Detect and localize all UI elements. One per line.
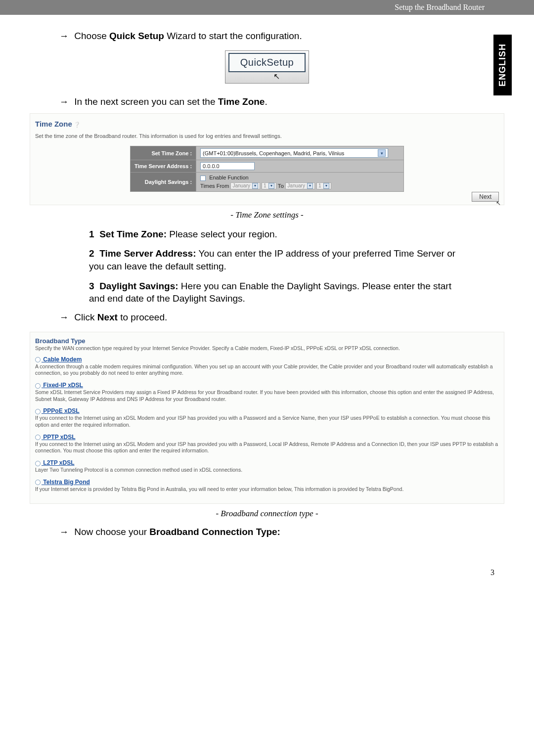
broadband-option-link[interactable]: Cable Modem	[42, 356, 82, 363]
instruction-click-next: → Click Next to proceed.	[59, 312, 504, 323]
radio-icon[interactable]	[35, 480, 41, 485]
time-zone-description: Set the time zone of the Broadband route…	[35, 133, 499, 139]
broadband-option: Fixed-IP xDSLSome xDSL Internet Service …	[35, 382, 499, 402]
set-time-zone-label: Set Time Zone :	[130, 146, 196, 160]
instruction-choose-quick-setup: → Choose Quick Setup Wizard to start the…	[59, 31, 504, 42]
time-server-address-label: Time Server Address :	[130, 160, 196, 173]
chevron-down-icon[interactable]: ▾	[378, 149, 386, 157]
cursor-icon: ↖	[273, 72, 280, 81]
enable-function-checkbox[interactable]	[200, 176, 206, 181]
broadband-option-link[interactable]: PPPoE xDSL	[42, 407, 80, 414]
time-zone-panel: Time Zone ❔ Set the time zone of the Bro…	[30, 113, 504, 205]
radio-icon[interactable]	[35, 409, 41, 414]
radio-icon[interactable]	[35, 435, 41, 440]
list-item: 1 Set Time Zone: Please select your regi…	[89, 228, 460, 241]
quicksetup-button-frame: QuickSetup ↖	[225, 50, 309, 84]
enable-function-label: Enable Function	[209, 175, 249, 180]
broadband-option-link[interactable]: PPTP xDSL	[42, 434, 75, 441]
broadband-option: L2TP xDSLLayer Two Tunneling Protocol is…	[35, 459, 499, 474]
chevron-down-icon: ▾	[323, 183, 329, 189]
broadband-option-link[interactable]: Telstra Big Pond	[42, 479, 90, 486]
chevron-down-icon: ▾	[307, 183, 313, 189]
broadband-option: PPTP xDSLIf you connect to the Internet …	[35, 434, 499, 454]
cursor-icon: ↖	[496, 200, 501, 207]
breadcrumb: Setup the Broadband Router	[395, 3, 485, 12]
arrow-icon: →	[59, 312, 69, 322]
broadband-type-title: Broadband Type	[35, 337, 499, 345]
radio-icon[interactable]	[35, 383, 41, 389]
broadband-option: Cable ModemA connection through a cable …	[35, 356, 499, 377]
arrow-icon: →	[59, 527, 69, 537]
to-label: To	[278, 182, 284, 188]
to-day-select[interactable]: 1▾	[316, 182, 331, 189]
broadband-option: PPPoE xDSLIf you connect to the Internet…	[35, 407, 499, 428]
broadband-option-desc: Layer Two Tunneling Protocol is a common…	[35, 467, 499, 474]
instruction-choose-broadband: → Now choose your Broadband Connection T…	[59, 527, 504, 537]
broadband-type-subtitle: Specify the WAN connection type required…	[35, 345, 499, 351]
from-month-select[interactable]: January▾	[230, 182, 260, 189]
times-from-label: Times From	[200, 182, 229, 188]
broadband-option-link[interactable]: L2TP xDSL	[42, 459, 74, 466]
page-content: → Choose Quick Setup Wizard to start the…	[0, 15, 534, 558]
help-icon[interactable]: ❔	[74, 122, 81, 128]
chevron-down-icon: ▾	[252, 183, 258, 189]
instruction-set-time-zone: → In the next screen you can set the Tim…	[59, 96, 504, 107]
broadband-option-link[interactable]: Fixed-IP xDSL	[42, 382, 83, 389]
broadband-option-desc: If you connect to the Internet using an …	[35, 415, 499, 428]
broadband-option-desc: Some xDSL Internet Service Providers may…	[35, 389, 499, 402]
time-zone-table: Set Time Zone : (GMT+01:00)Brussels, Cop…	[130, 146, 404, 192]
list-item: 2 Time Server Address: You can enter the…	[89, 247, 460, 272]
daylight-savings-label: Daylight Savings :	[130, 173, 196, 192]
to-month-select[interactable]: January▾	[285, 182, 315, 189]
broadband-option-desc: If you connect to the Internet using an …	[35, 441, 499, 454]
broadband-option-desc: A connection through a cable modem requi…	[35, 363, 499, 377]
time-server-address-input[interactable]: 0.0.0.0	[200, 162, 255, 170]
time-zone-title: Time Zone	[35, 120, 72, 128]
list-item: 3 Daylight Savings: Here you can Enable …	[89, 280, 460, 305]
broadband-option: Telstra Big PondIf your Internet service…	[35, 479, 499, 493]
from-day-select[interactable]: 1▾	[262, 182, 276, 189]
radio-icon[interactable]	[35, 461, 41, 466]
next-button[interactable]: Next	[472, 192, 499, 202]
arrow-icon: →	[59, 96, 69, 107]
broadband-type-panel: Broadband Type Specify the WAN connectio…	[30, 332, 504, 504]
radio-icon[interactable]	[35, 357, 41, 362]
quicksetup-button[interactable]: QuickSetup	[228, 53, 306, 72]
chevron-down-icon: ▾	[268, 183, 274, 189]
numbered-instructions: 1 Set Time Zone: Please select your regi…	[30, 228, 504, 305]
broadband-type-caption: - Broadband connection type -	[30, 509, 504, 519]
header-bar: Setup the Broadband Router	[0, 0, 534, 15]
broadband-option-desc: If your Internet service is provided by …	[35, 486, 499, 493]
time-zone-caption: - Time Zone settings -	[30, 210, 504, 220]
arrow-icon: →	[59, 31, 69, 41]
page-number: 3	[0, 558, 534, 587]
set-time-zone-select[interactable]: (GMT+01:00)Brussels, Copenhagen, Madrid,…	[200, 148, 388, 158]
